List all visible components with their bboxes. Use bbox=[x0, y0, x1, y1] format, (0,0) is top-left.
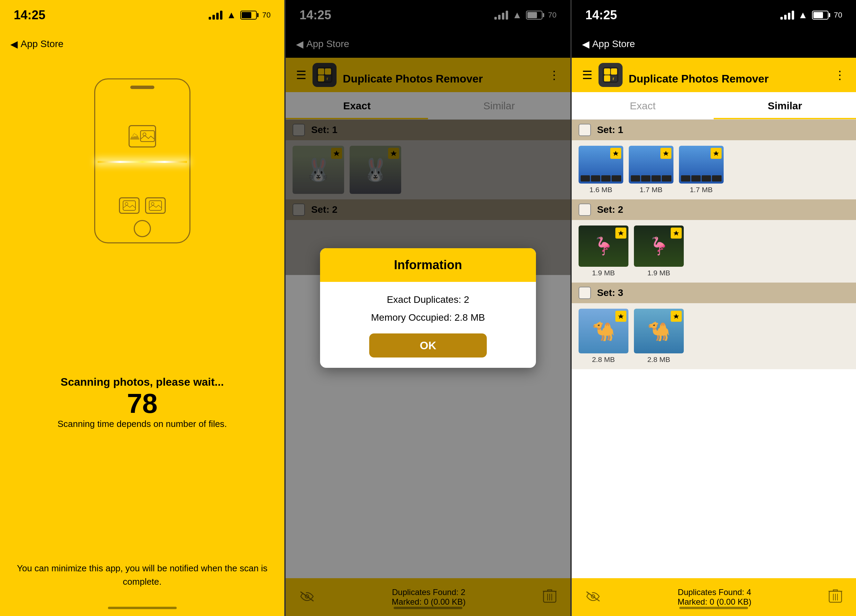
wifi-icon-3: ▲ bbox=[798, 10, 808, 21]
photo-icon-bottom-right bbox=[145, 197, 166, 214]
svg-rect-4 bbox=[149, 201, 162, 210]
modal-line1: Exact Duplicates: 2 bbox=[387, 294, 469, 305]
set-label-3-2: Set: 2 bbox=[597, 204, 623, 215]
bottom-toolbar-3: Duplicates Found: 4 Marked: 0 (0.00 KB) bbox=[572, 578, 856, 616]
set-label-3-3: Set: 3 bbox=[597, 287, 623, 298]
svg-marker-30 bbox=[673, 231, 679, 236]
scan-line bbox=[98, 161, 187, 163]
home-indicator-1 bbox=[108, 607, 177, 609]
photo-size-3-1-2: 1.7 MB bbox=[639, 186, 662, 194]
back-arrow-icon-1: ◀ bbox=[10, 38, 18, 50]
marked-3: Marked: 0 (0.00 KB) bbox=[677, 597, 751, 607]
photo-thumb-3-2-2: 🦩 1.9 MB bbox=[634, 225, 684, 277]
three-dots-3[interactable]: ⋮ bbox=[834, 68, 846, 82]
battery-icon-1 bbox=[240, 11, 257, 20]
phone-home-button bbox=[134, 220, 151, 237]
eye-off-icon-3[interactable] bbox=[585, 588, 600, 606]
photo-row-3-1: 1.6 MB 1.7 MB bbox=[572, 140, 856, 199]
status-time-1: 14:25 bbox=[14, 8, 45, 22]
set-header-3-2: Set: 2 bbox=[572, 199, 856, 220]
svg-marker-31 bbox=[618, 314, 624, 319]
phone-illustration bbox=[94, 79, 191, 243]
set-label-3-1: Set: 1 bbox=[597, 125, 623, 136]
back-label-3: App Store bbox=[592, 38, 635, 49]
back-button-1[interactable]: ◀ App Store bbox=[10, 38, 64, 50]
svg-rect-2 bbox=[123, 201, 135, 210]
photo-size-3-3-1: 2.8 MB bbox=[592, 356, 615, 364]
tab-exact-3[interactable]: Exact bbox=[572, 92, 714, 119]
modal-title: Information bbox=[394, 258, 462, 272]
scan-text-area: Scanning photos, please wait... 78 Scann… bbox=[57, 376, 227, 429]
set-checkbox-3-1[interactable] bbox=[579, 124, 591, 136]
modal-body: Exact Duplicates: 2 Memory Occupied: 2.8… bbox=[320, 282, 536, 368]
photo-icon-bottom-left bbox=[119, 197, 140, 214]
modal-line2: Memory Occupied: 2.8 MB bbox=[371, 312, 485, 323]
svg-marker-28 bbox=[713, 151, 719, 156]
tab-bar-3: Exact Similar bbox=[572, 92, 856, 120]
panel-exact: 14:25 ▲ 70 ◀ App Store ☰ bbox=[286, 0, 570, 616]
photo-icon-top bbox=[129, 125, 156, 148]
photo-thumb-3-3-1: 🐪 2.8 MB bbox=[579, 309, 628, 364]
modal-ok-button[interactable]: OK bbox=[369, 333, 487, 357]
photo-thumb-3-1-3: 1.7 MB bbox=[679, 146, 724, 194]
scan-footer: You can minimize this app, you will be n… bbox=[14, 562, 271, 588]
back-label-1: App Store bbox=[21, 38, 64, 49]
set-checkbox-3-2[interactable] bbox=[579, 203, 591, 216]
app-content-3: Set: 1 1.6 MB bbox=[572, 120, 856, 578]
scan-content: Scanning photos, please wait... 78 Scann… bbox=[0, 58, 284, 616]
nav-bar-3: ◀ App Store bbox=[572, 30, 856, 58]
battery-icon-3 bbox=[812, 11, 828, 20]
photo-row-3-3: 🐪 2.8 MB 🐪 2.8 MB bbox=[572, 303, 856, 369]
back-button-3[interactable]: ◀ App Store bbox=[582, 38, 635, 50]
photo-size-3-1-1: 1.6 MB bbox=[589, 186, 612, 194]
status-bar-1: 14:25 ▲ 70 bbox=[0, 0, 284, 30]
svg-rect-22 bbox=[611, 68, 617, 75]
svg-marker-29 bbox=[618, 231, 624, 236]
scanning-label: Scanning photos, please wait... bbox=[57, 376, 227, 388]
photo-size-3-2-1: 1.9 MB bbox=[592, 269, 615, 277]
svg-text:r: r bbox=[613, 76, 614, 81]
battery-text-1: 70 bbox=[262, 11, 271, 20]
duplicates-found-3: Duplicates Found: 4 bbox=[677, 587, 751, 597]
status-icons-3: ▲ 70 bbox=[781, 10, 842, 21]
svg-point-5 bbox=[151, 202, 154, 205]
phone-outline bbox=[94, 79, 191, 243]
set-checkbox-3-3[interactable] bbox=[579, 287, 591, 299]
photo-row-3-2: 🦩 1.9 MB 🦩 1.9 MB bbox=[572, 220, 856, 283]
svg-rect-0 bbox=[140, 131, 154, 142]
back-arrow-icon-3: ◀ bbox=[582, 38, 590, 50]
modal-header: Information bbox=[320, 248, 536, 282]
signal-icon-3 bbox=[781, 11, 794, 20]
status-time-3: 14:25 bbox=[585, 8, 617, 22]
modal-overlay: Information Exact Duplicates: 2 Memory O… bbox=[286, 0, 570, 616]
tab-similar-3[interactable]: Similar bbox=[714, 92, 856, 119]
svg-marker-32 bbox=[673, 314, 679, 319]
app-brand-3: remo bbox=[629, 65, 769, 73]
tab-similar-label-3: Similar bbox=[768, 100, 802, 112]
wifi-icon-1: ▲ bbox=[226, 10, 236, 21]
photo-thumb-3-1-2: 1.7 MB bbox=[629, 146, 673, 194]
photo-size-3-1-3: 1.7 MB bbox=[690, 186, 713, 194]
set-header-3-3: Set: 3 bbox=[572, 283, 856, 303]
home-indicator-3 bbox=[679, 607, 748, 609]
app-header-left-3: ☰ r remo Duplicate Photos Remover bbox=[582, 63, 769, 87]
hamburger-icon-3[interactable]: ☰ bbox=[582, 68, 592, 82]
set-header-3-1: Set: 1 bbox=[572, 120, 856, 140]
svg-marker-26 bbox=[613, 151, 619, 156]
svg-point-3 bbox=[125, 202, 128, 205]
status-icons-1: ▲ 70 bbox=[209, 10, 271, 21]
photo-size-3-3-2: 2.8 MB bbox=[647, 356, 670, 364]
svg-rect-23 bbox=[604, 75, 610, 82]
photo-thumb-3-3-2: 🐪 2.8 MB bbox=[634, 309, 684, 364]
photo-thumb-3-2-1: 🦩 1.9 MB bbox=[579, 225, 628, 277]
toolbar-info-3: Duplicates Found: 4 Marked: 0 (0.00 KB) bbox=[677, 587, 751, 607]
scan-count: 78 bbox=[57, 388, 227, 419]
panel-scanning: 14:25 ▲ 70 ◀ App Store bbox=[0, 0, 284, 616]
scan-sub: Scanning time depends on number of files… bbox=[57, 419, 227, 429]
app-title-3: Duplicate Photos Remover bbox=[629, 73, 769, 85]
svg-rect-21 bbox=[604, 68, 610, 75]
signal-icon-1 bbox=[209, 11, 222, 20]
status-bar-3: 14:25 ▲ 70 bbox=[572, 0, 856, 30]
app-header-3: ☰ r remo Duplicate Photos Remover ⋮ bbox=[572, 58, 856, 92]
delete-icon-3[interactable] bbox=[828, 588, 842, 606]
